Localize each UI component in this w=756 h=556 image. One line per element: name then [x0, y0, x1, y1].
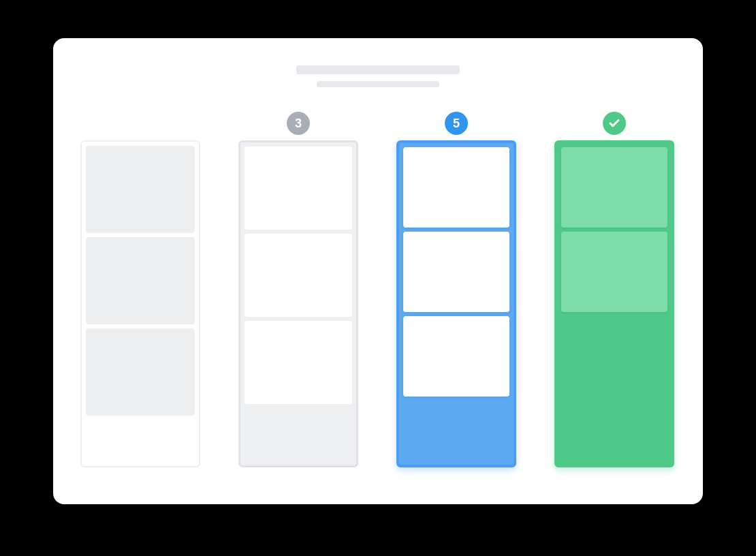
column-4[interactable] — [554, 106, 674, 467]
card-placeholder — [561, 232, 667, 312]
count-badge: 3 — [287, 112, 310, 135]
header-placeholder — [78, 65, 678, 87]
column-2[interactable]: 3 — [238, 106, 358, 467]
card-placeholder — [403, 232, 509, 312]
column-4-body — [554, 140, 674, 467]
subtitle-placeholder — [317, 81, 439, 87]
column-2-body — [238, 140, 358, 467]
card-placeholder — [245, 321, 352, 404]
card-placeholder — [403, 316, 509, 397]
badge-label: 3 — [295, 117, 302, 131]
card-placeholder — [561, 147, 667, 228]
card-placeholder — [245, 234, 352, 317]
card-placeholder — [403, 147, 509, 228]
column-1[interactable] — [80, 106, 200, 467]
column-3-body — [396, 140, 516, 467]
count-badge: 5 — [445, 112, 468, 135]
card-placeholder — [86, 328, 195, 416]
column-1-body — [80, 140, 200, 467]
title-placeholder — [296, 65, 460, 74]
columns-row: 3 5 — [78, 106, 678, 467]
column-3[interactable]: 5 — [396, 106, 516, 467]
card-placeholder — [86, 146, 195, 233]
main-panel: 3 5 — [53, 38, 703, 504]
card-placeholder — [245, 146, 352, 230]
badge-label: 5 — [453, 117, 460, 131]
check-icon — [608, 117, 620, 129]
card-placeholder — [86, 237, 195, 324]
check-badge — [603, 112, 626, 135]
